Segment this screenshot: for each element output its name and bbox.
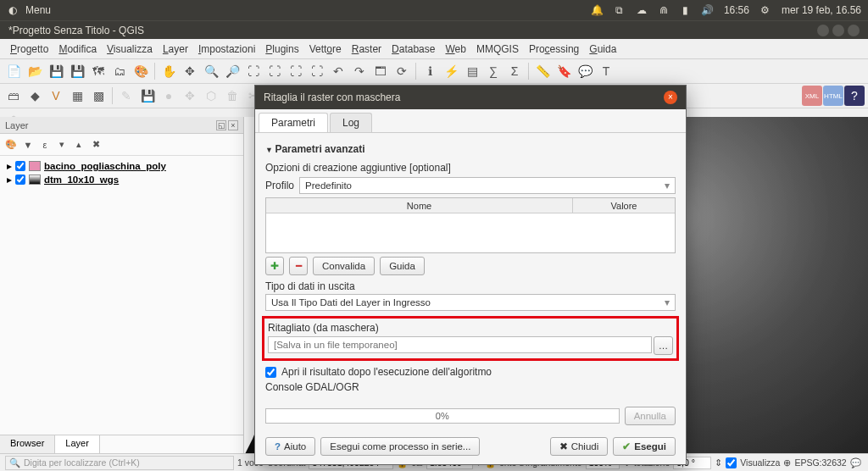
layer-collapse-icon[interactable]: ▴ <box>71 137 86 152</box>
annotation-icon[interactable]: 💬 <box>575 61 595 81</box>
pan-to-selection-icon[interactable]: ✥ <box>180 61 200 81</box>
menu-modifica[interactable]: Modifica <box>53 41 102 58</box>
datatype-select[interactable]: Usa Il Tipo Dati del Layer in Ingresso <box>265 294 676 311</box>
run-button[interactable]: ✔Esegui <box>613 437 676 456</box>
ubuntu-icon[interactable]: ◐ <box>7 4 19 16</box>
layout-manager-icon[interactable]: 🗂 <box>109 61 130 81</box>
advanced-params-header[interactable]: Parametri avanzati <box>265 140 676 158</box>
close-button[interactable]: ✖Chiudi <box>550 437 609 456</box>
locator-input[interactable]: 🔍 Digita per localizzare (Ctrl+K) <box>5 456 234 470</box>
layer-remove-icon[interactable]: ✖ <box>88 137 103 152</box>
options-table[interactable]: Nome Valore <box>265 197 676 253</box>
node-tool-icon[interactable]: ⬡ <box>201 86 221 106</box>
add-vector-icon[interactable]: V <box>46 86 66 106</box>
zoom-selection-icon[interactable]: ⛶ <box>286 61 306 81</box>
epsg-label[interactable]: EPSG:32632 <box>794 457 846 468</box>
zoom-full-icon[interactable]: ⛶ <box>264 61 285 81</box>
cloud-icon[interactable]: ☁ <box>636 4 648 16</box>
layer-item[interactable]: ▸ bacino_pogliaschina_poly <box>3 159 240 173</box>
menu-progetto[interactable]: Progetto <box>5 41 53 58</box>
tab-log[interactable]: Log <box>330 113 372 132</box>
menu-layer[interactable]: Layer <box>158 41 193 58</box>
layer-visibility-checkbox[interactable] <box>15 161 25 171</box>
action-icon[interactable]: ⚡ <box>441 61 461 81</box>
menu-plugins[interactable]: Plugins <box>260 41 303 58</box>
menu-vettore[interactable]: Vettore <box>304 41 347 58</box>
identify-icon[interactable]: ℹ <box>420 61 440 81</box>
dropbox-icon[interactable]: ⧉ <box>614 4 626 16</box>
add-mesh-icon[interactable]: ▩ <box>88 86 108 106</box>
menu-impostazioni[interactable]: Impostazioni <box>193 41 260 58</box>
render-checkbox[interactable] <box>726 457 737 468</box>
panel-undock-icon[interactable]: ◱ <box>216 120 226 130</box>
style-manager-icon[interactable]: 🎨 <box>131 61 151 81</box>
battery-icon[interactable]: ▮ <box>680 4 692 16</box>
layer-expand-icon[interactable]: ▾ <box>54 137 70 152</box>
move-feature-icon[interactable]: ✥ <box>180 86 200 106</box>
crs-icon[interactable]: ⊕ <box>783 457 791 468</box>
save-edits-icon[interactable]: 💾 <box>137 86 158 106</box>
dialog-titlebar[interactable]: Ritaglia il raster con maschera × <box>255 86 686 109</box>
window-min-button[interactable] <box>817 25 829 36</box>
validate-button[interactable]: Convalida <box>313 257 375 275</box>
refresh-icon[interactable]: ⟳ <box>392 61 412 81</box>
menu-processing[interactable]: Processing <box>524 41 584 58</box>
remove-row-button[interactable]: ━ <box>289 257 308 275</box>
menu-visualizza[interactable]: Visualizza <box>102 41 158 58</box>
menu-database[interactable]: Database <box>387 41 440 58</box>
layer-item[interactable]: ▸ dtm_10x10_wgs <box>3 173 240 186</box>
menu-web[interactable]: Web <box>440 41 470 58</box>
new-geopackage-icon[interactable]: ◆ <box>25 86 45 106</box>
tab-browser[interactable]: Browser <box>0 435 55 453</box>
tab-parametri[interactable]: Parametri <box>259 113 328 132</box>
open-after-checkbox[interactable] <box>265 367 276 378</box>
attr-table-icon[interactable]: ▤ <box>462 61 482 81</box>
window-max-button[interactable] <box>832 25 844 36</box>
add-feature-icon[interactable]: ● <box>159 86 179 106</box>
tab-layer[interactable]: Layer <box>55 435 100 453</box>
layout-icon[interactable]: 🗺 <box>88 61 108 81</box>
messages-icon[interactable]: 💬 <box>850 457 861 468</box>
html-icon[interactable]: HTML <box>823 86 843 106</box>
wifi-icon[interactable]: ⋒ <box>658 4 670 16</box>
help-icon[interactable]: ? <box>844 86 865 106</box>
zoom-next-icon[interactable]: ↷ <box>349 61 370 81</box>
save-as-icon[interactable]: 💾 <box>67 61 87 81</box>
batch-button[interactable]: Esegui come processo in serie... <box>320 437 480 456</box>
tree-expand-icon[interactable]: ▸ <box>7 174 12 186</box>
help-button[interactable]: ?Aiuto <box>265 437 315 456</box>
bell-icon[interactable]: 🔔 <box>592 4 604 16</box>
zoom-in-icon[interactable]: 🔍 <box>201 61 221 81</box>
zoom-layer-icon[interactable]: ⛶ <box>307 61 327 81</box>
output-path-input[interactable] <box>268 336 652 353</box>
xml-icon[interactable]: XML <box>802 86 822 106</box>
new-map-icon[interactable]: 🗔 <box>370 61 391 81</box>
output-browse-button[interactable]: … <box>654 336 673 355</box>
text-annotation-icon[interactable]: T <box>596 61 616 81</box>
bookmark-icon[interactable]: 🔖 <box>554 61 574 81</box>
sys-menu-label[interactable]: Menu <box>25 4 51 16</box>
menu-guida[interactable]: Guida <box>584 41 621 58</box>
measure-icon[interactable]: 📏 <box>532 61 553 81</box>
layer-style-icon[interactable]: 🎨 <box>3 137 19 152</box>
add-raster-icon[interactable]: ▦ <box>67 86 87 106</box>
data-source-icon[interactable]: 🗃 <box>3 86 24 106</box>
window-close-button[interactable] <box>848 25 860 36</box>
panel-close-icon[interactable]: × <box>228 120 238 130</box>
new-project-icon[interactable]: 📄 <box>3 61 24 81</box>
open-project-icon[interactable]: 📂 <box>25 61 45 81</box>
guide-button[interactable]: Guida <box>380 257 425 275</box>
tree-expand-icon[interactable]: ▸ <box>7 160 12 172</box>
pan-icon[interactable]: ✋ <box>159 61 179 81</box>
volume-icon[interactable]: 🔊 <box>702 4 714 16</box>
dialog-close-button[interactable]: × <box>664 91 677 104</box>
gear-icon[interactable]: ⚙ <box>760 4 771 16</box>
save-icon[interactable]: 💾 <box>46 61 66 81</box>
delete-icon[interactable]: 🗑 <box>222 86 242 106</box>
menu-raster[interactable]: Raster <box>347 41 387 58</box>
field-calc-icon[interactable]: ∑ <box>483 61 504 81</box>
zoom-native-icon[interactable]: ⛶ <box>243 61 264 81</box>
stats-icon[interactable]: Σ <box>504 61 525 81</box>
zoom-last-icon[interactable]: ↶ <box>328 61 348 81</box>
layer-expr-icon[interactable]: ε <box>37 137 53 152</box>
